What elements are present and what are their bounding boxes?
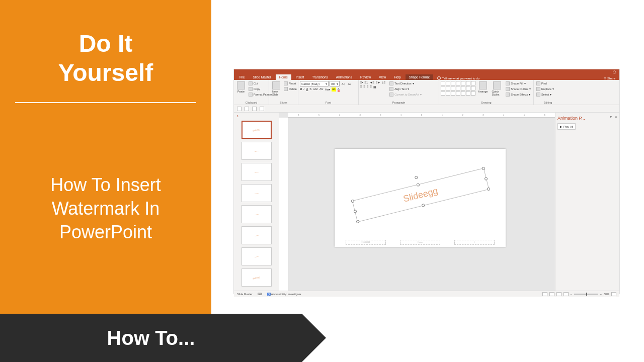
reset-button[interactable]: Reset: [283, 81, 298, 86]
shadow-button[interactable]: abc: [313, 87, 318, 92]
tell-me-search[interactable]: Tell me what you want to do: [434, 76, 599, 80]
font-color-button[interactable]: A: [338, 87, 340, 92]
date-placeholder[interactable]: 11/18/2021: [346, 240, 386, 245]
numbering-button[interactable]: ≡1: [365, 81, 368, 84]
bold-button[interactable]: B: [300, 87, 302, 92]
thumbnail-layout[interactable]: ——: [242, 142, 272, 160]
thumbnail-layout[interactable]: slideegg: [242, 268, 272, 287]
resize-handle[interactable]: [481, 167, 485, 170]
justify-button[interactable]: ≡: [370, 85, 372, 88]
shape-item[interactable]: [441, 91, 445, 96]
case-button[interactable]: Aa▾: [325, 87, 330, 92]
fit-window-button[interactable]: [611, 292, 616, 296]
resize-handle[interactable]: [351, 199, 354, 203]
start-from-beginning-button[interactable]: [260, 107, 264, 111]
shape-item[interactable]: [461, 86, 465, 90]
delete-slide-button[interactable]: Delete: [283, 86, 298, 92]
thumbnail-layout[interactable]: ——: [242, 205, 272, 223]
italic-button[interactable]: I: [303, 87, 304, 92]
undo-button[interactable]: [245, 107, 249, 111]
shape-item[interactable]: [446, 86, 450, 90]
shape-fill-button[interactable]: Shape Fill ▾: [505, 81, 532, 86]
tab-file[interactable]: File: [236, 74, 248, 80]
zoom-slider[interactable]: [574, 294, 598, 295]
footer-placeholder[interactable]: Footer: [400, 240, 440, 245]
align-text-button[interactable]: Align Text ▾: [388, 86, 423, 92]
text-direction-button[interactable]: Text Direction ▾: [388, 81, 423, 86]
arrange-button[interactable]: Arrange: [476, 81, 490, 94]
tab-review[interactable]: Review: [357, 74, 374, 80]
align-left-button[interactable]: ≡: [360, 85, 362, 88]
close-pane-button[interactable]: ×: [615, 115, 617, 119]
paste-button[interactable]: Paste: [235, 81, 247, 94]
tab-home[interactable]: Home: [276, 74, 291, 80]
shape-item[interactable]: [446, 91, 450, 96]
number-placeholder[interactable]: #: [454, 240, 495, 245]
align-right-button[interactable]: ≡: [367, 85, 369, 88]
zoom-thumb[interactable]: [586, 293, 587, 296]
line-spacing-button[interactable]: ‡≡: [382, 81, 385, 84]
columns-button[interactable]: ▦: [373, 85, 376, 88]
rotate-handle[interactable]: [415, 175, 418, 179]
thumbnail-layout[interactable]: ——: [242, 184, 272, 202]
indent-inc-button[interactable]: ≡►: [376, 81, 380, 84]
thumbnail-layout[interactable]: ——: [242, 226, 272, 244]
shape-outline-button[interactable]: Shape Outline ▾: [505, 86, 532, 92]
tab-shape-format[interactable]: Shape Format: [406, 74, 433, 80]
redo-button[interactable]: [252, 107, 257, 111]
shape-item[interactable]: [461, 81, 465, 85]
tab-view[interactable]: View: [375, 74, 389, 80]
save-button[interactable]: [237, 107, 242, 111]
font-size-combo[interactable]: 80▾: [330, 81, 340, 86]
font-name-combo[interactable]: Calibri (Body)▾: [300, 81, 329, 86]
zoom-in-button[interactable]: +: [600, 293, 602, 296]
shape-item[interactable]: [471, 91, 475, 96]
shape-item[interactable]: [471, 81, 475, 85]
resize-handle[interactable]: [487, 187, 490, 191]
share-button[interactable]: ⇧ Share: [600, 76, 619, 80]
new-slide-button[interactable]: New Slide: [271, 81, 282, 97]
shape-item[interactable]: [451, 91, 455, 96]
shape-item[interactable]: [451, 81, 455, 85]
resize-handle[interactable]: [416, 183, 420, 187]
accessibility-status[interactable]: ♿ Accessibility: Investigate: [267, 293, 301, 296]
shape-item[interactable]: [471, 86, 475, 90]
thumbnail-layout[interactable]: ——: [242, 163, 272, 181]
tab-insert[interactable]: Insert: [292, 74, 307, 80]
shape-item[interactable]: [456, 91, 460, 96]
shape-item[interactable]: [446, 81, 450, 85]
slideshow-button[interactable]: [564, 292, 569, 296]
shape-item[interactable]: [441, 86, 445, 90]
shapes-gallery[interactable]: [441, 81, 475, 96]
zoom-out-button[interactable]: −: [571, 293, 572, 296]
shape-item[interactable]: [461, 91, 465, 96]
bullets-button[interactable]: ≡•: [360, 81, 363, 84]
tab-help[interactable]: Help: [390, 74, 404, 80]
find-button[interactable]: Find: [535, 81, 555, 86]
watermark-textbox[interactable]: Slideegg: [352, 168, 490, 222]
shape-item[interactable]: [466, 86, 470, 90]
replace-button[interactable]: Replace ▾: [535, 86, 555, 92]
tab-animations[interactable]: Animations: [333, 74, 356, 80]
resize-handle[interactable]: [421, 204, 425, 207]
select-button[interactable]: Select ▾: [535, 92, 555, 97]
expand-pane-button[interactable]: ▾: [610, 115, 612, 119]
resize-handle[interactable]: [484, 177, 488, 180]
thumbnail-master[interactable]: slideegg: [242, 121, 272, 139]
shape-item[interactable]: [466, 81, 470, 85]
quick-styles-button[interactable]: Quick Styles: [491, 81, 504, 97]
indent-dec-button[interactable]: ◄≡: [369, 81, 374, 84]
shape-item[interactable]: [456, 86, 460, 90]
decrease-font-button[interactable]: A↓: [347, 81, 352, 86]
reading-view-button[interactable]: [556, 292, 561, 296]
shape-item[interactable]: [456, 81, 460, 85]
shape-item[interactable]: [466, 91, 470, 96]
tab-slide-master[interactable]: Slide Master: [249, 74, 274, 80]
highlight-button[interactable]: ab: [332, 87, 336, 92]
thumbnail-layout[interactable]: ——: [242, 247, 272, 265]
tab-transitions[interactable]: Transitions: [308, 74, 332, 80]
resize-handle[interactable]: [356, 220, 359, 223]
align-center-button[interactable]: ≡: [364, 85, 366, 88]
sorter-view-button[interactable]: [549, 292, 554, 296]
spacing-button[interactable]: AV: [319, 87, 324, 92]
